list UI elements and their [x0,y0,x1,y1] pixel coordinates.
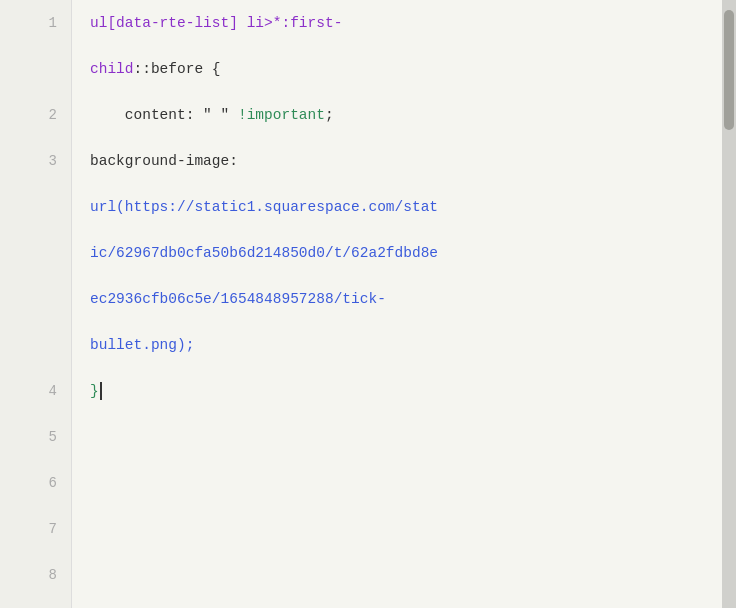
code-line-4: background-image: [90,138,736,184]
token: url(https://static1.squarespace.com/stat [90,198,438,217]
token: !important [238,106,325,125]
token: content: " " [90,106,238,125]
line-number-1: 1 [0,0,71,46]
line-number-5 [0,184,71,230]
scrollbar[interactable] [722,0,736,608]
token: ; [325,106,334,125]
code-line-13 [90,552,736,598]
code-line-11 [90,460,736,506]
code-area[interactable]: ul[data-rte-list] li>*:first-child::befo… [72,0,736,608]
token: ul[data-rte-list] li>*:first- [90,14,342,33]
code-line-8: bullet.png); [90,322,736,368]
line-number-13: 8 [0,552,71,598]
token: child [90,60,134,79]
line-number-2 [0,46,71,92]
scrollbar-thumb[interactable] [724,10,734,130]
code-line-3: content: " " !important; [90,92,736,138]
line-number-8 [0,322,71,368]
code-editor: 12345678 ul[data-rte-list] li>*:first-ch… [0,0,736,608]
code-line-12 [90,506,736,552]
line-number-9: 4 [0,368,71,414]
line-numbers: 12345678 [0,0,72,608]
code-line-10 [90,414,736,460]
code-line-5: url(https://static1.squarespace.com/stat [90,184,736,230]
token: background-image: [90,152,238,171]
code-line-2: child::before { [90,46,736,92]
line-number-12: 7 [0,506,71,552]
code-line-1: ul[data-rte-list] li>*:first- [90,0,736,46]
token: } [90,382,99,401]
token: ec2936cfb06c5e/1654848957288/tick- [90,290,386,309]
line-number-11: 6 [0,460,71,506]
line-number-3: 2 [0,92,71,138]
token: ic/62967db0cfa50b6d214850d0/t/62a2fdbd8e [90,244,438,263]
line-number-7 [0,276,71,322]
line-number-10: 5 [0,414,71,460]
code-line-7: ec2936cfb06c5e/1654848957288/tick- [90,276,736,322]
line-number-4: 3 [0,138,71,184]
token: ::before { [134,60,221,79]
code-line-9: } [90,368,736,414]
token: bullet.png); [90,336,194,355]
text-cursor [100,382,102,400]
line-number-6 [0,230,71,276]
code-line-6: ic/62967db0cfa50b6d214850d0/t/62a2fdbd8e [90,230,736,276]
